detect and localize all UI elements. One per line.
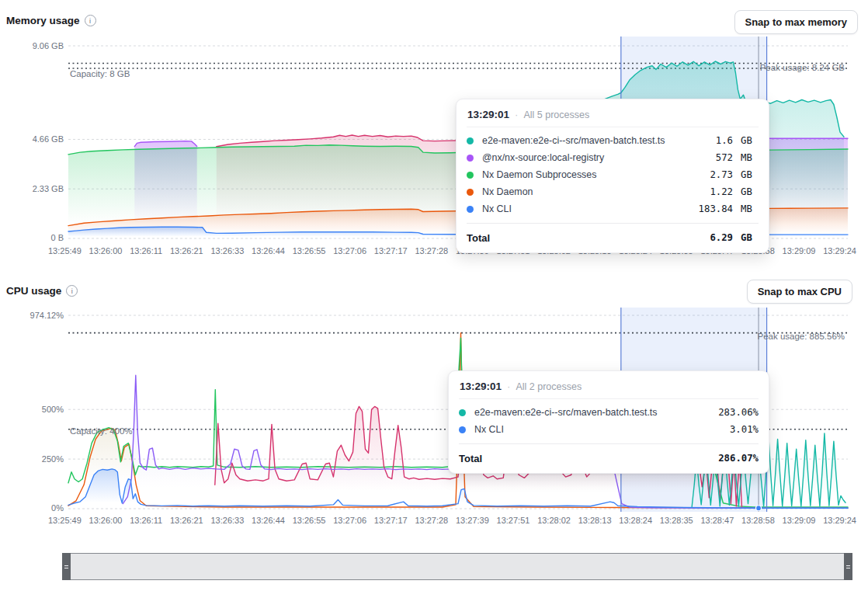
x-tick-label: 13:26:11 [130,516,162,525]
tooltip-subtitle: All 2 processes [516,381,582,392]
memory-y-tick: 4.66 GB [0,134,64,144]
series-color-dot [467,155,474,162]
process-value: 572 [716,152,733,163]
x-tick-label: 13:27:17 [374,516,408,525]
cpu-y-tick: 500% [0,405,64,414]
snap-to-max-memory-button[interactable]: Snap to max memory [734,10,859,34]
process-row: Nx Daemon 1.22 GB [467,183,759,200]
x-tick-label: 13:26:55 [293,246,326,256]
x-tick-label: 13:27:17 [374,246,408,256]
cpu-title-label: CPU usage [6,285,61,297]
process-row: @nx/nx-source:local-registry 572 MB [467,149,759,166]
x-tick-label: 13:26:44 [252,246,285,256]
process-name: e2e-maven:e2e-ci--src/maven-batch.test.t… [474,407,713,418]
x-tick-label: 13:27:06 [333,246,366,256]
process-name: Nx CLI [474,424,725,435]
x-tick-label: 13:29:09 [783,516,816,525]
x-tick-label: 13:28:47 [700,516,734,525]
total-value: 286.07% [718,453,759,464]
x-tick-label: 13:27:28 [415,516,448,525]
process-row: e2e-maven:e2e-ci--src/maven-batch.test.t… [467,132,759,149]
x-tick-label: 13:26:11 [130,246,162,256]
tooltip-header: 13:29:01 · All 5 processes [467,107,759,127]
memory-tooltip: 13:29:01 · All 5 processes e2e-maven:e2e… [456,99,769,253]
process-unit: MB [738,152,759,163]
memory-y-tick: 0 B [0,233,64,242]
process-value: 183.84 [699,203,733,214]
info-icon[interactable] [85,15,96,26]
tooltip-rows: e2e-maven:e2e-ci--src/maven-batch.test.t… [459,399,759,443]
tooltip-time: 13:29:01 [467,109,509,120]
tooltip-total-row: Total 6.29 GB [467,223,759,245]
cpu-tooltip: 13:29:01 · All 2 processes e2e-maven:e2e… [448,370,769,474]
memory-y-tick: 9.06 GB [0,41,64,50]
process-row: Nx Daemon Subprocesses 2.73 GB [467,166,759,183]
x-tick-label: 13:26:33 [211,516,245,525]
x-tick-label: 13:28:58 [741,516,775,525]
cpu-capacity-label: Capacity: 400% [70,426,133,436]
x-tick-label: 13:27:39 [456,516,489,525]
process-unit: GB [738,169,759,180]
profiler-page: Memory usage Snap to max memory 9.06 GB … [0,0,868,591]
memory-peak-label: Peak usage: 8.24 GB [760,63,845,72]
cpu-y-tick: 974.12% [0,311,64,320]
process-row: e2e-maven:e2e-ci--src/maven-batch.test.t… [459,404,759,421]
x-tick-label: 13:28:13 [578,516,612,525]
total-label: Total [467,232,705,244]
x-tick-label: 13:25:49 [48,516,82,525]
process-name: e2e-maven:e2e-ci--src/maven-batch.test.t… [482,135,711,146]
cpu-peak-label: Peak usage: 885.56% [757,332,845,341]
memory-capacity-label: Capacity: 8 GB [70,69,130,78]
x-tick-label: 13:26:21 [170,516,203,525]
brush-handle-left[interactable] [62,553,71,580]
memory-title-label: Memory usage [6,15,80,26]
memory-section-title: Memory usage [6,15,96,26]
tooltip-total-row: Total 286.07% [459,443,759,466]
process-unit: GB [738,186,759,197]
x-tick-label: 13:26:33 [211,246,245,256]
total-unit: GB [738,232,759,243]
process-value: 1.22 [710,186,733,197]
x-tick-label: 13:29:09 [783,246,816,256]
series-color-dot [459,426,466,433]
process-unit: MB [738,203,759,214]
x-tick-label: 13:27:51 [497,516,530,525]
memory-y-tick: 2.33 GB [0,184,64,193]
total-label: Total [459,453,713,464]
separator-dot: · [507,381,510,392]
series-color-dot [467,206,474,213]
x-tick-label: 13:26:55 [293,516,326,525]
x-tick-label: 13:27:28 [415,246,448,256]
x-tick-label: 13:26:21 [170,246,203,256]
process-name: Nx Daemon [482,186,705,197]
x-tick-label: 13:25:49 [48,246,82,256]
x-tick-label: 13:28:24 [619,516,652,525]
cpu-section-title: CPU usage [6,285,78,297]
x-tick-label: 13:26:44 [252,516,285,525]
cpu-y-tick: 0% [0,503,64,513]
snap-to-max-cpu-button[interactable]: Snap to max CPU [747,280,852,304]
total-value: 6.29 [710,232,733,243]
x-tick-label: 13:26:00 [89,516,123,525]
process-name: @nx/nx-source:local-registry [482,152,711,163]
series-color-dot [467,137,474,144]
cpu-x-axis-labels: 13:25:4913:26:0013:26:1113:26:2113:26:33… [48,516,856,525]
x-tick-label: 13:29:24 [823,516,856,525]
process-row: Nx CLI 183.84 MB [467,200,759,217]
x-tick-label: 13:28:02 [537,516,571,525]
process-value: 1.6 [716,135,733,146]
series-color-dot [467,172,474,179]
process-unit: GB [738,135,759,146]
process-value: 283.06% [718,407,759,418]
process-name: Nx CLI [482,203,694,214]
tooltip-subtitle: All 5 processes [523,110,589,120]
series-color-dot [467,189,474,196]
x-tick-label: 13:28:35 [660,516,693,525]
info-icon[interactable] [66,285,78,297]
tooltip-time: 13:29:01 [460,381,502,392]
brush-handle-right[interactable] [844,553,852,580]
x-tick-label: 13:29:24 [823,246,856,256]
x-tick-label: 13:26:00 [89,246,123,256]
cpu-y-tick: 250% [0,454,64,464]
time-range-brush[interactable] [62,553,852,580]
